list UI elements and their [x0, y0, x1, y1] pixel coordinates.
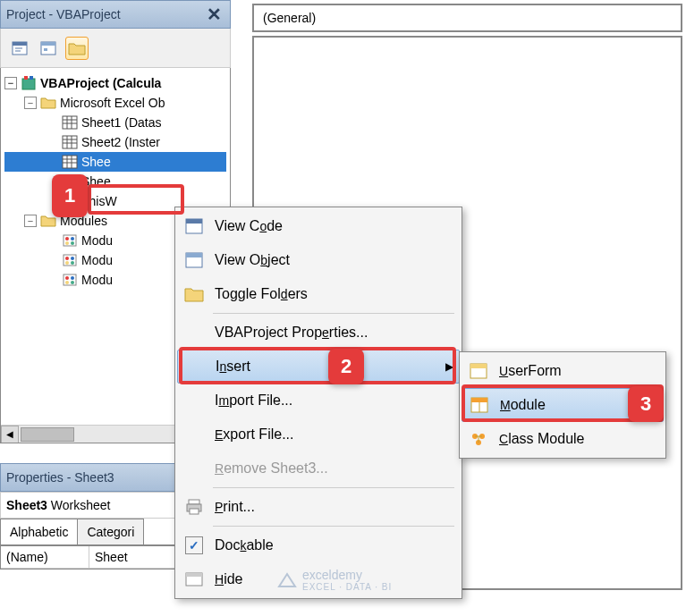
toggle-folders-button[interactable] — [65, 37, 89, 60]
svg-rect-10 — [63, 116, 77, 129]
svg-rect-56 — [470, 364, 487, 368]
tab-alphabetic[interactable]: Alphabetic — [0, 519, 78, 544]
module-icon — [468, 393, 491, 417]
properties-object-selector[interactable]: Sheet3 Worksheet — [0, 492, 179, 519]
menu-view-object[interactable]: View Object — [177, 243, 460, 277]
svg-point-42 — [65, 276, 69, 280]
scroll-thumb[interactable] — [21, 427, 74, 442]
checkbox-checked-icon: ✓ — [182, 534, 206, 557]
properties-panel-title: Properties - Sheet3 — [6, 470, 114, 485]
sheet-label: Shee — [81, 155, 111, 169]
class-module-icon — [467, 427, 490, 451]
tree-item-sheet2[interactable]: Sheet2 (Inster — [4, 132, 226, 152]
svg-rect-50 — [189, 500, 199, 504]
svg-point-35 — [71, 241, 74, 245]
blank-icon — [182, 457, 206, 480]
watermark: exceldemy EXCEL · DATA · BI — [277, 568, 392, 592]
menu-label: UserForm — [499, 363, 658, 379]
callout-2: 2 — [328, 349, 364, 384]
printer-icon — [182, 495, 206, 519]
chevron-right-icon: ▶ — [445, 360, 453, 373]
menu-label: View Object — [215, 252, 454, 268]
svg-point-38 — [71, 257, 74, 260]
object-type: Worksheet — [51, 498, 111, 512]
menu-label: VBAProject Properties... — [215, 325, 454, 341]
properties-tabs: Alphabetic Categori — [0, 519, 179, 545]
worksheet-icon — [62, 154, 78, 170]
svg-rect-7 — [22, 79, 35, 89]
svg-point-37 — [65, 257, 69, 260]
property-row[interactable]: (Name) Sheet — [1, 546, 178, 569]
svg-point-34 — [65, 241, 69, 245]
svg-point-40 — [71, 261, 74, 265]
window-icon — [182, 568, 206, 591]
blank-icon — [183, 355, 207, 378]
scroll-left-icon[interactable]: ◀ — [1, 426, 19, 443]
project-panel-header: Project - VBAProject ✕ — [0, 0, 231, 29]
menu-toggle-folders[interactable]: Toggle Folders — [177, 277, 460, 311]
collapse-icon[interactable]: − — [24, 215, 37, 227]
menu-print[interactable]: Print... — [177, 490, 460, 524]
form-icon — [182, 249, 206, 272]
menu-label: Export File... — [215, 426, 454, 443]
submenu-userform[interactable]: UserForm — [462, 354, 664, 388]
svg-rect-36 — [64, 255, 76, 266]
close-icon[interactable]: ✕ — [203, 4, 224, 25]
blank-icon — [182, 389, 206, 412]
menu-label: View Code — [215, 218, 454, 234]
form-icon — [40, 41, 56, 55]
svg-rect-20 — [63, 156, 77, 168]
view-code-button[interactable] — [8, 37, 31, 60]
menu-import-file[interactable]: Import File... — [177, 384, 460, 418]
collapse-icon[interactable]: − — [24, 97, 37, 109]
sheet-label: Sheet2 (Inster — [81, 135, 160, 149]
svg-rect-15 — [63, 136, 77, 148]
svg-point-43 — [71, 276, 74, 280]
svg-rect-54 — [186, 573, 202, 577]
svg-rect-58 — [471, 398, 487, 402]
tree-root[interactable]: − VBAProject (Calcula — [4, 73, 226, 93]
menu-separator — [213, 313, 454, 314]
tree-folder-excel-objects[interactable]: − Microsoft Excel Ob — [4, 93, 226, 113]
callout-1: 1 — [52, 174, 88, 217]
excel-objects-label: Microsoft Excel Ob — [60, 96, 165, 110]
properties-panel: Properties - Sheet3 Sheet3 Worksheet Alp… — [0, 463, 179, 570]
svg-rect-49 — [186, 253, 202, 257]
menu-dockable[interactable]: ✓ Dockable — [177, 528, 460, 562]
collapse-icon[interactable]: − — [4, 77, 17, 89]
module-icon — [62, 232, 78, 249]
menu-vbaproject-properties[interactable]: VBAProject Properties... — [177, 316, 460, 350]
property-name: (Name) — [1, 546, 89, 568]
project-icon — [21, 75, 37, 91]
code-icon — [12, 41, 28, 55]
submenu-class-module[interactable]: Class Module — [462, 422, 664, 456]
userform-icon — [467, 359, 490, 383]
property-value[interactable]: Sheet — [89, 546, 178, 568]
properties-panel-header: Properties - Sheet3 — [0, 463, 179, 492]
module-label: Modu — [81, 273, 113, 287]
menu-export-file[interactable]: Export File... — [177, 418, 460, 451]
object-dropdown[interactable]: (General) — [252, 4, 682, 32]
tree-item-sheet4[interactable]: Shee — [4, 172, 226, 191]
tab-categorized[interactable]: Categori — [77, 519, 144, 544]
module-icon — [62, 272, 78, 288]
worksheet-icon — [62, 114, 78, 131]
menu-remove: Remove Sheet3... — [177, 451, 460, 485]
module-label: Modu — [81, 233, 113, 248]
view-object-button[interactable] — [37, 37, 60, 60]
menu-label: Import File... — [215, 392, 454, 409]
properties-grid[interactable]: (Name) Sheet — [0, 545, 179, 570]
context-menu: View Code View Object Toggle Folders VBA… — [174, 207, 462, 599]
menu-view-code[interactable]: View Code — [177, 209, 460, 243]
worksheet-icon — [62, 134, 78, 150]
menu-label: Class Module — [499, 431, 658, 447]
tree-item-sheet1[interactable]: Sheet1 (Datas — [4, 113, 226, 132]
sheet-label: Sheet1 (Datas — [81, 115, 162, 130]
module-label: Modu — [81, 253, 113, 267]
callout-3: 3 — [628, 386, 664, 422]
tree-item-sheet3-selected[interactable]: Shee — [4, 152, 226, 172]
svg-rect-5 — [41, 42, 55, 46]
menu-insert[interactable]: Insert ▶ — [177, 350, 460, 384]
folder-icon — [40, 95, 56, 111]
svg-rect-9 — [30, 76, 33, 80]
